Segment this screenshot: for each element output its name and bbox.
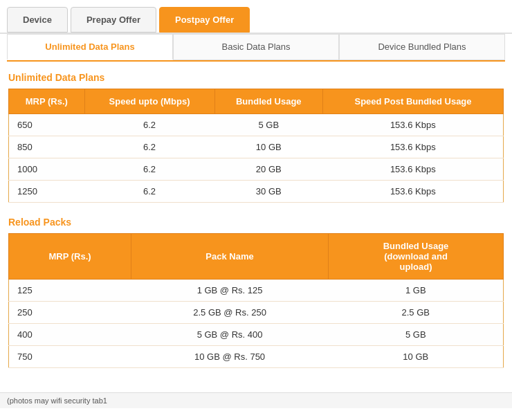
subtab-unlimited-data-plans[interactable]: Unlimited Data Plans <box>7 34 173 60</box>
tab-postpay-offer[interactable]: Postpay Offer <box>159 7 250 33</box>
content-area: Unlimited Data Plans MRP (Rs.) Speed upt… <box>0 62 512 392</box>
top-tabs: Device Prepay Offer Postpay Offer <box>0 0 512 34</box>
reload-section-title: Reload Packs <box>8 217 504 228</box>
unlimited-header-mrp: MRP (Rs.) <box>9 89 85 114</box>
bottom-bar: (photos may wifi security tab1 <box>0 392 512 408</box>
table-row: 6506.25 GB153.6 Kbps <box>9 114 504 136</box>
table-row: 1251 GB @ Rs. 1251 GB <box>9 280 504 302</box>
sub-tabs: Unlimited Data Plans Basic Data Plans De… <box>7 34 505 62</box>
unlimited-table-header-row: MRP (Rs.) Speed upto (Mbps) Bundled Usag… <box>9 89 504 114</box>
unlimited-header-speed-post: Speed Post Bundled Usage <box>323 89 504 114</box>
unlimited-data-plans-table: MRP (Rs.) Speed upto (Mbps) Bundled Usag… <box>8 89 504 203</box>
subtab-device-bundled-plans[interactable]: Device Bundled Plans <box>339 34 505 60</box>
table-row: 2502.5 GB @ Rs. 2502.5 GB <box>9 302 504 324</box>
reload-header-pack-name: Pack Name <box>131 234 329 280</box>
unlimited-section-title: Unlimited Data Plans <box>8 72 504 83</box>
reload-header-bundled-usage: Bundled Usage(download andupload) <box>329 234 504 280</box>
reload-packs-table: MRP (Rs.) Pack Name Bundled Usage(downlo… <box>8 233 504 368</box>
reload-header-mrp: MRP (Rs.) <box>9 234 131 280</box>
subtab-basic-data-plans[interactable]: Basic Data Plans <box>173 34 339 60</box>
table-row: 10006.220 GB153.6 Kbps <box>9 158 504 181</box>
table-row: 12506.230 GB153.6 Kbps <box>9 181 504 203</box>
reload-packs-section: Reload Packs MRP (Rs.) Pack Name Bundled… <box>8 217 504 368</box>
reload-table-header-row: MRP (Rs.) Pack Name Bundled Usage(downlo… <box>9 234 504 280</box>
unlimited-header-bundled-usage: Bundled Usage <box>214 89 323 114</box>
unlimited-header-speed: Speed upto (Mbps) <box>84 89 214 114</box>
table-row: 8506.210 GB153.6 Kbps <box>9 136 504 158</box>
tab-prepay-offer[interactable]: Prepay Offer <box>71 7 156 33</box>
tab-device[interactable]: Device <box>7 7 68 33</box>
unlimited-data-plans-section: Unlimited Data Plans MRP (Rs.) Speed upt… <box>8 72 504 203</box>
table-row: 75010 GB @ Rs. 75010 GB <box>9 346 504 368</box>
table-row: 4005 GB @ Rs. 4005 GB <box>9 324 504 346</box>
